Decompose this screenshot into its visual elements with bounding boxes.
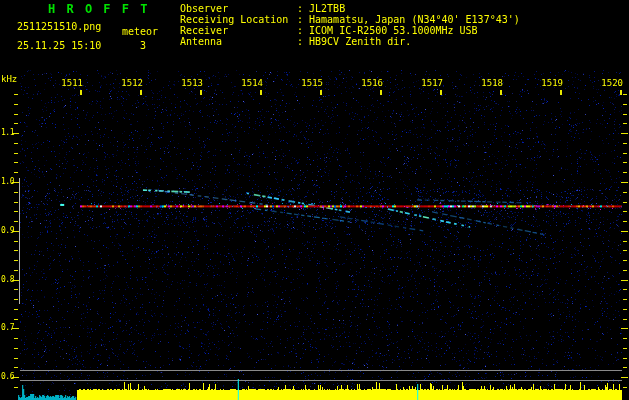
datetime-label: 25.11.25 15:10	[17, 41, 101, 51]
x-tick-label-1515: 1515	[289, 79, 323, 88]
spectrogram-canvas	[0, 0, 629, 400]
station-info-block: Observer: JL2TBBReceiving Location: Hama…	[180, 3, 520, 47]
y-tick-label-0.7: 0.7	[0, 324, 14, 332]
y-tick-label-0.6: 0.6	[0, 373, 14, 381]
x-tick-label-1513: 1513	[169, 79, 203, 88]
x-tick-label-1511: 1511	[49, 79, 83, 88]
x-tick-label-1516: 1516	[349, 79, 383, 88]
info-row-receiving-location: Receiving Location: Hamamatsu, Japan (N3…	[180, 14, 520, 25]
output-filename: 2511251510.png	[17, 22, 101, 32]
x-tick-label-1514: 1514	[229, 79, 263, 88]
info-row-antenna: Antenna: HB9CV Zenith dir.	[180, 36, 520, 47]
hrofft-screen: H R O F F T 2511251510.png meteor 25.11.…	[0, 0, 629, 400]
x-tick-label-1512: 1512	[109, 79, 143, 88]
y-tick-label-0.8: 0.8	[0, 276, 14, 284]
y-tick-label-1.1: 1.1	[0, 129, 14, 137]
mode-label: meteor	[122, 27, 158, 37]
y-tick-label-1.0: 1.0	[0, 178, 14, 186]
app-title: H R O F F T	[48, 3, 149, 15]
x-tick-label-1519: 1519	[529, 79, 563, 88]
y-axis-unit-label: kHz	[1, 75, 17, 84]
echo-count: 3	[140, 41, 146, 51]
x-tick-label-1517: 1517	[409, 79, 443, 88]
x-tick-label-1520: 1520	[589, 79, 623, 88]
info-row-receiver: Receiver: ICOM IC-R2500 53.1000MHz USB	[180, 25, 520, 36]
info-row-observer: Observer: JL2TBB	[180, 3, 520, 14]
x-tick-label-1518: 1518	[469, 79, 503, 88]
y-tick-label-0.9: 0.9	[0, 227, 14, 235]
